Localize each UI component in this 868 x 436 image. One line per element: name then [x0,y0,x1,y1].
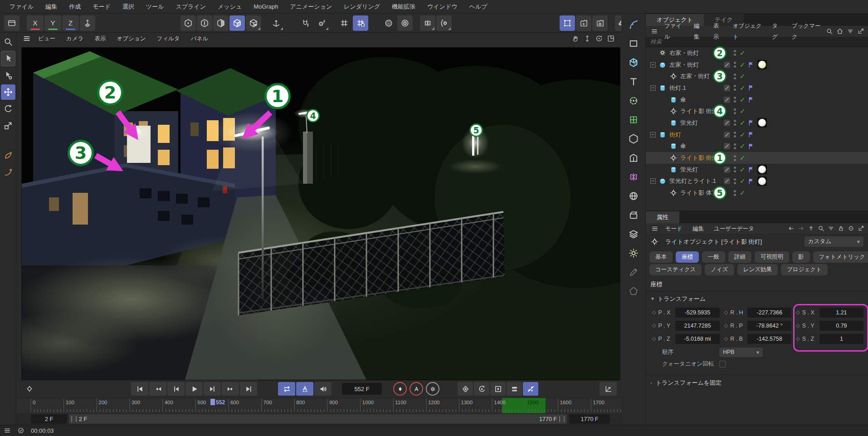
layer-flag-icon[interactable] [747,166,755,173]
viewport-orbit-icon[interactable] [595,34,603,43]
paren-gear-button[interactable] [436,15,452,31]
viewport-menu-item-4[interactable]: オプション [111,33,151,44]
scale-tool[interactable] [1,118,15,133]
viewport-menu-item-3[interactable]: 表示 [89,33,111,44]
magnifier-icon[interactable] [818,225,824,232]
transport-prev-key-button[interactable] [149,382,166,396]
key-scale-button[interactable] [490,382,506,396]
attr-tab-影[interactable]: 影 [792,251,810,263]
layer-flag-icon[interactable] [747,119,755,127]
layer-flag-icon[interactable] [747,96,755,103]
attr-menu-item-2[interactable]: 編集 [688,223,709,234]
attr-tab-基本[interactable]: 基本 [649,251,673,263]
axis-lock-x-button[interactable]: X [27,15,44,31]
attr-tab-一般[interactable]: 一般 [702,251,725,263]
key-rotation-button[interactable] [474,382,489,396]
animation-dot-icon[interactable]: ◇ [724,336,728,342]
material-tag-icon[interactable] [757,118,767,127]
menubar-item-3[interactable]: 作成 [63,0,87,14]
mode-mode-slot-button[interactable] [197,15,212,31]
om-menu-item-3[interactable]: 表示 [708,20,728,42]
menubar-item-10[interactable]: アニメーション [284,0,338,14]
sound-toggle-button[interactable] [314,382,332,396]
animation-dot-icon[interactable]: ◇ [796,336,800,342]
visibility-slash-icon[interactable] [724,62,730,68]
menubar-item-6[interactable]: ツール [140,0,170,14]
enabled-check-icon[interactable]: ✓ [740,142,748,150]
clap-play-button[interactable] [576,15,591,31]
menubar-item-8[interactable]: メッシュ [212,0,248,14]
layer-flag-icon[interactable] [747,84,755,92]
material-tag-icon[interactable] [757,60,767,69]
enabled-check-icon[interactable]: ✓ [740,72,748,80]
transport-go-end-button[interactable] [240,382,257,396]
transport-next-key-button[interactable] [222,382,239,396]
material-tag-icon[interactable] [757,165,767,174]
room-object-icon[interactable] [625,150,642,166]
menubar-item-11[interactable]: レンダリング [338,0,386,14]
export-icon[interactable] [858,225,864,232]
filter-icon[interactable] [828,225,834,232]
enabled-check-icon[interactable]: ✓ [740,84,748,92]
key-position-button[interactable] [458,382,473,396]
freeze-transform-header[interactable]: › トランスフォームを固定 [646,375,868,391]
viewport-menu-item-5[interactable]: フィルタ [151,33,185,44]
timeline-ruler[interactable]: 0100200300400500600700800900100011001200… [16,397,621,414]
viewport-canvas[interactable]: 21345 [22,48,620,380]
visibility-dots-icon[interactable] [734,97,736,103]
transform-group-header[interactable]: ▼ トランスフォーム [646,292,868,305]
om-hamburger-icon[interactable] [650,27,659,35]
menubar-item-13[interactable]: ウインドウ [421,0,463,14]
layer-flag-icon[interactable] [747,177,755,185]
visibility-dots-icon[interactable] [734,155,736,161]
grid-grid-button[interactable] [336,15,352,31]
expand-toggle-icon[interactable]: − [650,85,656,91]
mode-mode-shade-button[interactable] [229,15,245,31]
om-menu-item-2[interactable]: 編集 [689,20,708,42]
material-tag-icon[interactable] [757,176,767,186]
filter-icon[interactable] [847,28,854,35]
menubar-item-1[interactable]: ファイル [4,0,39,14]
visibility-slash-icon[interactable] [724,167,730,173]
enabled-check-icon[interactable]: ✓ [740,189,748,197]
visibility-dots-icon[interactable] [734,108,736,114]
tab-attributes[interactable]: 属性 [646,211,679,223]
visibility-dots-icon[interactable] [734,120,736,126]
axis-modeling-button[interactable] [80,15,95,31]
animation-dot-icon[interactable]: ◇ [652,323,656,328]
grid-grid-lock-button[interactable] [353,15,368,31]
mode-mode-dot-button[interactable] [180,15,196,31]
preset-dropdown[interactable]: カスタム ▾ [805,236,863,247]
menubar-item-12[interactable]: 機能拡張 [386,0,421,14]
target-icon[interactable] [848,225,854,232]
range-left-grip[interactable] [71,416,77,422]
enabled-check-icon[interactable]: ✓ [740,107,748,115]
transport-prev-frame-button[interactable] [167,382,185,396]
pencil-tool-icon[interactable] [625,264,642,280]
tree-row-2[interactable]: −左家・街灯✓ [646,59,868,71]
key-pla-button[interactable] [523,382,538,396]
tree-row-4[interactable]: −街灯.1✓ [646,82,868,94]
export-icon[interactable] [857,28,864,35]
layer-flag-icon[interactable] [747,61,755,69]
expand-toggle-icon[interactable]: − [650,62,656,68]
coord-value-field[interactable]: -78.8642 ° [747,321,791,331]
transport-play-button[interactable] [185,382,203,396]
globe-object-icon[interactable] [625,188,642,204]
viewport-menu-item-1[interactable]: ビュー [33,33,61,44]
text-object-icon[interactable] [625,73,642,90]
layers-object-icon[interactable] [625,226,642,242]
render-target-button[interactable] [381,15,396,31]
order-dropdown[interactable]: HPB ▾ [719,348,763,357]
visibility-slash-icon[interactable] [724,97,730,103]
expand-toggle-icon[interactable]: − [650,178,656,184]
cube-primitive-icon[interactable] [625,54,642,71]
arrow-up-icon[interactable] [808,225,814,232]
tree-row-8[interactable]: −街灯✓ [646,129,868,141]
visibility-dots-icon[interactable] [734,73,736,79]
polygon-object-icon[interactable] [625,283,642,299]
coord-value-field[interactable]: 1 [819,334,863,344]
loop-playback-button[interactable] [278,382,295,396]
viewport-hand-icon[interactable] [571,34,580,43]
coord-value-field[interactable]: 1.21 [819,308,863,318]
